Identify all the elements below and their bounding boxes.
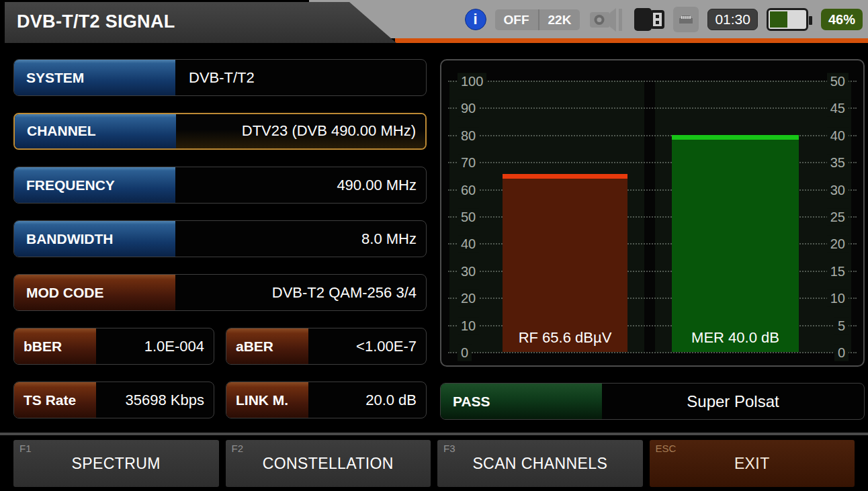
bber-label: bBER [14,328,96,364]
main-content: SYSTEM DVB-T/T2 CHANNEL DTV23 (DVB 490.0… [0,43,868,420]
left-axis-tick: 50 [458,209,479,226]
f1-key-label: F1 [19,443,32,454]
clock-badge: 01:30 [707,9,758,30]
ethernet-icon [673,7,699,32]
left-axis-tick: 60 [458,181,479,198]
pass-label: PASS [441,384,602,419]
page-title: DVB-T/T2 SIGNAL [17,11,175,32]
left-axis-tick: 100 [458,73,486,90]
left-axis-tick: 40 [458,236,479,253]
exit-button-label: EXIT [734,455,770,473]
right-axis-tick: 20 [827,236,849,253]
right-axis-tick: 40 [827,127,849,144]
mer-value-label: MER 40.0 dB [672,329,799,347]
function-key-bar: F1 SPECTRUM F2 CONSTELLATION F3 SCAN CHA… [0,433,868,487]
row-frequency[interactable]: FREQUENCY 490.00 MHz [13,167,427,204]
signal-meter-screen: DVB-T/T2 SIGNAL i OFF 22K [0,0,868,491]
right-axis-tick: 50 [827,73,849,90]
bandwidth-value: 8.0 MHz [175,221,426,257]
status-bar: i OFF 22K [465,6,863,33]
link-margin-label: LINK M. [226,382,308,418]
lnb-power-label: OFF [495,9,538,30]
scan-channels-button-label: SCAN CHANNELS [472,455,607,473]
spectrum-button[interactable]: F1 SPECTRUM [13,440,219,487]
battery-nub [809,16,812,25]
bandwidth-label: BANDWIDTH [14,221,175,257]
usb-icon [634,7,664,32]
lnb-power-22k-badge: OFF 22K [495,9,580,30]
left-axis-tick: 70 [458,154,479,171]
scan-channels-button[interactable]: F3 SCAN CHANNELS [437,440,643,487]
row-ts-rate[interactable]: TS Rate 35698 Kbps [13,382,214,418]
exit-button[interactable]: ESC EXIT [650,440,855,487]
ber-pair: bBER 1.0E-004 aBER <1.00E-7 [13,328,427,365]
f3-key-label: F3 [443,443,455,454]
system-value: DVB-T/T2 [175,60,426,95]
left-axis-tick: 30 [458,263,479,279]
left-axis-tick: 20 [458,290,479,307]
gridline: 9045 [448,107,857,109]
f2-key-label: F2 [232,443,244,454]
rate-pair: TS Rate 35698 Kbps LINK M. 20.0 dB [13,382,427,418]
ts-rate-value: 35698 Kbps [96,382,214,418]
gridline: 00 [448,352,857,353]
row-aber[interactable]: aBER <1.00E-7 [226,328,427,365]
aber-value: <1.00E-7 [308,328,426,364]
bber-value: 1.0E-004 [96,328,214,364]
right-axis-tick: 45 [827,100,849,117]
battery-icon [767,8,808,31]
aber-label: aBER [226,328,308,364]
spectrum-button-label: SPECTRUM [72,455,161,473]
mer-bar [672,135,799,352]
rf-value-label: RF 65.6 dBµV [503,329,627,347]
row-channel-selected[interactable]: CHANNEL DTV23 (DVB 490.00 MHz) [13,113,427,150]
header-accent-line [395,38,868,43]
channel-value: DTV23 (DVB 490.00 MHz) [176,114,425,148]
right-axis-tick: 30 [827,181,849,198]
service-name-value: Super Polsat [602,384,864,419]
header: DVB-T/T2 SIGNAL i OFF 22K [0,0,868,43]
right-axis-tick: 10 [827,290,849,307]
parameter-list: SYSTEM DVB-T/T2 CHANNEL DTV23 (DVB 490.0… [13,59,427,420]
frequency-label: FREQUENCY [14,167,175,203]
frequency-value: 490.00 MHz [175,167,426,203]
row-bandwidth[interactable]: BANDWIDTH 8.0 MHz [13,220,427,257]
channel-label: CHANNEL [15,114,176,148]
left-axis-tick: 90 [458,100,479,117]
header-title-band: DVB-T/T2 SIGNAL [5,2,401,43]
signal-bar-chart: 1005090458040703560305025402030152010105… [440,59,865,367]
row-link-margin[interactable]: LINK M. 20.0 dB [226,382,427,418]
left-axis-tick: 0 [458,345,472,361]
ts-rate-label: TS Rate [14,382,96,418]
constellation-button[interactable]: F2 CONSTELLATION [226,440,431,487]
mod-code-value: DVB-T2 QAM-256 3/4 [175,275,426,310]
rf-bar [503,174,627,352]
battery-percent-badge: 46% [821,9,863,30]
right-axis-tick: 35 [827,154,849,171]
esc-key-label: ESC [656,443,677,454]
right-axis-tick: 15 [827,263,849,279]
right-axis-tick: 0 [834,345,849,361]
gridline: 10050 [448,81,857,82]
link-margin-value: 20.0 dB [308,382,426,418]
row-bber[interactable]: bBER 1.0E-004 [13,328,214,365]
battery-fill [770,11,787,28]
row-system[interactable]: SYSTEM DVB-T/T2 [13,59,427,96]
left-axis-tick: 10 [458,317,479,334]
right-axis-tick: 5 [834,317,849,334]
right-axis-tick: 25 [827,209,849,226]
left-axis-tick: 80 [458,127,479,144]
mod-code-label: MOD CODE [14,275,175,310]
system-label: SYSTEM [14,60,175,95]
tone-22k-label: 22K [538,9,580,30]
measurement-panel: 1005090458040703560305025402030152010105… [440,59,865,420]
flashlight-icon [589,7,625,32]
row-pass-service: PASS Super Polsat [440,383,865,420]
row-mod-code[interactable]: MOD CODE DVB-T2 QAM-256 3/4 [13,274,427,311]
info-icon[interactable]: i [465,9,486,30]
constellation-button-label: CONSTELLATION [263,455,394,473]
